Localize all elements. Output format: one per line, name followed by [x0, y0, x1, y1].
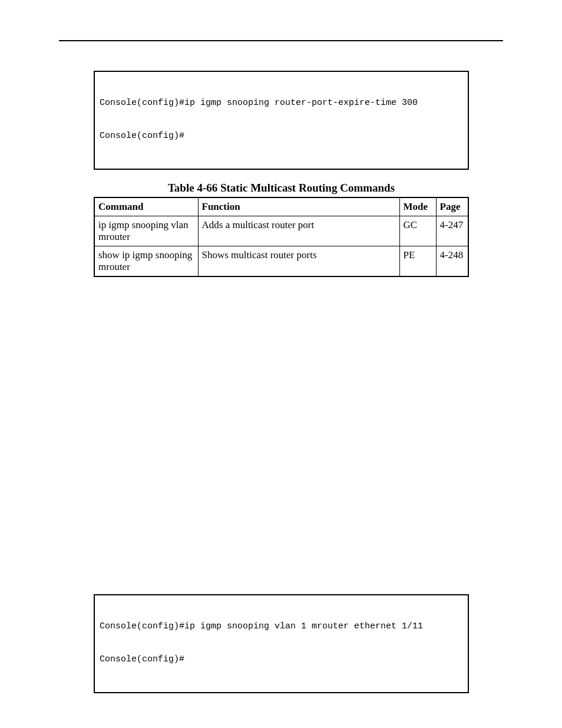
th-function: Function	[198, 197, 399, 216]
cell-function: Adds a multicast router port	[198, 216, 399, 246]
th-page: Page	[436, 197, 468, 216]
cell-mode: PE	[399, 246, 436, 277]
table-caption: Table 4-66 Static Multicast Routing Comm…	[94, 182, 469, 195]
commands-table: Command Function Mode Page ip igmp snoop…	[94, 197, 469, 277]
cell-command: ip igmp snooping vlan mrouter	[94, 216, 198, 246]
table-header-row: Command Function Mode Page	[94, 197, 468, 216]
cell-mode: GC	[399, 216, 436, 246]
code-line: Console(config)#ip igmp snooping router-…	[100, 98, 463, 109]
th-command: Command	[94, 197, 198, 216]
cell-command: show ip igmp snooping mrouter	[94, 246, 198, 277]
header-rule	[59, 40, 503, 41]
th-mode: Mode	[399, 197, 436, 216]
console-example-1: Console(config)#ip igmp snooping router-…	[94, 71, 469, 170]
cell-page: 4-248	[436, 246, 468, 277]
cell-page: 4-247	[436, 216, 468, 246]
code-line: Console(config)#	[100, 131, 463, 142]
table-4-66: Table 4-66 Static Multicast Routing Comm…	[94, 182, 469, 277]
code-line: Console(config)#ip igmp snooping vlan 1 …	[100, 621, 463, 633]
code-line: Console(config)#	[100, 654, 463, 666]
table-row: show ip igmp snooping mrouter Shows mult…	[94, 246, 468, 277]
cell-function: Shows multicast router ports	[198, 246, 399, 277]
table-row: ip igmp snooping vlan mrouter Adds a mul…	[94, 216, 468, 246]
console-example-2: Console(config)#ip igmp snooping vlan 1 …	[94, 594, 469, 693]
page: Console(config)#ip igmp snooping router-…	[0, 0, 562, 728]
